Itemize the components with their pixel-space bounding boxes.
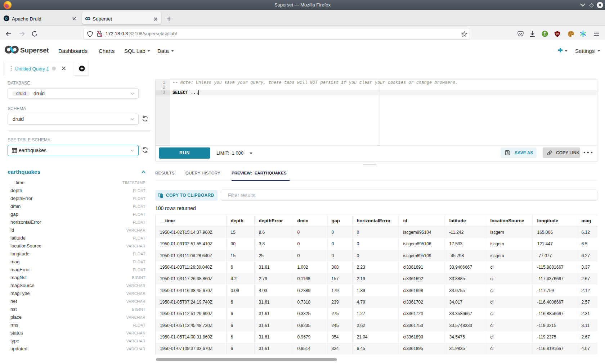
svg-text:uO: uO [556, 32, 559, 35]
